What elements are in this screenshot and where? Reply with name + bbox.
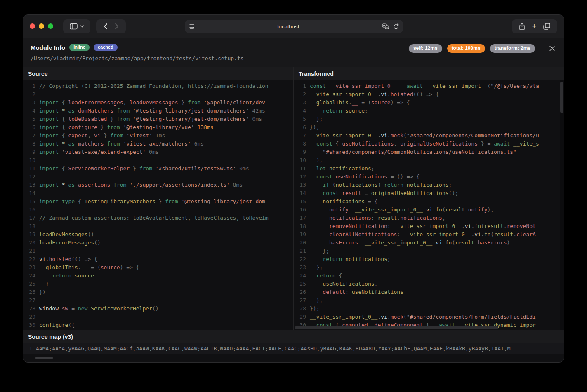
code-line: 12 const useNotifications = () => { [294, 173, 560, 181]
new-tab-button[interactable]: + [532, 22, 536, 31]
code-token: // Zammad custom assertions: toBeAvatarE… [39, 215, 269, 221]
code-token: vi [39, 256, 46, 262]
sourcemap-scrollbar-thumb[interactable] [35, 357, 53, 359]
code-token: __vite_ssr_import_0__ [403, 231, 471, 237]
code-token [310, 231, 329, 237]
code-text [35, 189, 293, 197]
code-token: __vite_ssr_import_0__ [355, 207, 423, 213]
line-number: 7 [294, 131, 306, 140]
code-token: from [139, 165, 152, 171]
code-token: __vite_ssr_import_0__ [365, 239, 432, 246]
code-token: __vite_s [510, 141, 539, 147]
translate-icon[interactable] [382, 23, 389, 29]
code-token: result [377, 215, 397, 221]
code-token: __vite_ssr_import_0__ [394, 223, 462, 229]
code-token: = { [365, 198, 377, 204]
code-token: 'vitest-axe/extend-expect' [59, 149, 146, 155]
line-number: 15 [294, 197, 306, 206]
code-line: 5import { toBeDisabled } from '@testing-… [23, 115, 293, 123]
code-token: ; [365, 108, 368, 114]
code-token: 1ms [152, 132, 165, 138]
zoom-window-button[interactable] [48, 23, 53, 29]
code-token: '@apollo/client/dev [200, 99, 265, 106]
code-text: import { configure } from '@testing-libr… [35, 123, 293, 131]
forward-button[interactable] [115, 23, 119, 30]
code-token: { [336, 272, 342, 279]
close-window-button[interactable] [30, 23, 35, 29]
code-token: { [59, 132, 68, 138]
line-number: 20 [23, 239, 35, 247]
back-button[interactable] [104, 23, 108, 30]
code-line: 3import { loadErrorMessages, loadDevMess… [23, 99, 293, 107]
code-token [310, 281, 323, 287]
vertical-scrollbar-thumb[interactable] [560, 82, 563, 113]
code-token: ( [490, 231, 494, 237]
line-number: 16 [294, 206, 306, 214]
address-bar[interactable]: localhost [185, 20, 403, 33]
code-token: } [101, 132, 110, 138]
code-token: } [107, 116, 116, 122]
url-text[interactable]: localhost [195, 23, 382, 30]
code-text: import { loadErrorMessages, loadDevMessa… [35, 99, 293, 107]
code-token: ( [329, 182, 336, 188]
code-token: (() => { [71, 256, 97, 262]
line-number: 22 [294, 255, 306, 263]
code-token: = () => { [387, 174, 420, 180]
code-text: "#shared/components/CommonNotifications/… [306, 148, 560, 156]
minimize-window-button[interactable] [39, 23, 44, 29]
code-text [35, 222, 293, 230]
code-token: source [371, 99, 391, 106]
code-token: source [342, 108, 365, 114]
close-panel-button[interactable] [548, 45, 556, 52]
code-text: clearAllNotifications: __vite_ssr_import… [306, 230, 560, 239]
code-token: clearAllNotifications [329, 231, 397, 237]
code-text: hasErrors: __vite_ssr_import_0__.vi.fn(r… [306, 239, 560, 247]
browser-titlebar: localhost [23, 15, 564, 38]
reload-icon[interactable] [393, 23, 399, 30]
line-number: 6 [23, 123, 35, 131]
code-line: 18 removeNotification: __vite_ssr_import… [294, 222, 560, 230]
line-number: 5 [23, 115, 35, 123]
code-token: loadDevMessages [39, 231, 87, 237]
code-token: 0ms [236, 165, 249, 171]
code-token: __vite_ssr_import_0__ [310, 132, 377, 138]
code-text: if (notifications) return notifications; [306, 181, 560, 189]
line-number: 25 [294, 280, 306, 288]
horizontal-scrollbar-thumb[interactable] [295, 326, 498, 329]
code-token: from [165, 198, 178, 204]
timing-badge-transform: transform: 2ms [490, 44, 535, 53]
code-token [310, 223, 329, 229]
line-number: 30 [23, 321, 35, 329]
code-token: . [387, 314, 391, 320]
code-token: ( [403, 132, 407, 138]
code-line: 3 globalThis.__ = (source) => { [294, 99, 560, 107]
reader-icon[interactable] [189, 23, 195, 29]
code-token: useNotifications [332, 174, 387, 180]
chevron-down-icon [80, 25, 84, 28]
code-token: () [152, 305, 159, 312]
line-number: 20 [294, 239, 306, 247]
sidebar-toggle-button[interactable] [63, 19, 90, 33]
line-number: 13 [23, 181, 35, 189]
code-token: configure [39, 322, 68, 328]
tab-overview-button[interactable] [543, 23, 550, 30]
share-button[interactable] [519, 23, 525, 30]
code-token: vi [474, 231, 481, 237]
code-token [39, 264, 46, 270]
code-token: ); [310, 157, 323, 163]
code-token: ( [481, 223, 484, 229]
code-line: 7__vite_ssr_import_0__.vi.mock("#shared/… [294, 131, 560, 140]
source-pane: Source 1// Copyright (C) 2012-2025 Zamma… [23, 67, 293, 330]
code-token: if [323, 182, 329, 188]
code-line: 19loadDevMessages() [23, 230, 293, 239]
timing-badge-total: total: 193ms [447, 44, 485, 53]
line-number: 7 [23, 131, 35, 140]
line-number: 21 [23, 247, 35, 255]
code-line: 8 const { useNotifications: originalUseN… [294, 140, 560, 148]
code-token: 0ms [146, 149, 158, 155]
line-number: 19 [294, 230, 306, 239]
code-line: 7import { expect, vi } from 'vitest' 1ms [23, 131, 293, 140]
line-number: 13 [294, 181, 306, 189]
code-text: __vite_ssr_import_0__.vi.mock("#shared/c… [306, 131, 560, 140]
line-number: 10 [23, 156, 35, 164]
